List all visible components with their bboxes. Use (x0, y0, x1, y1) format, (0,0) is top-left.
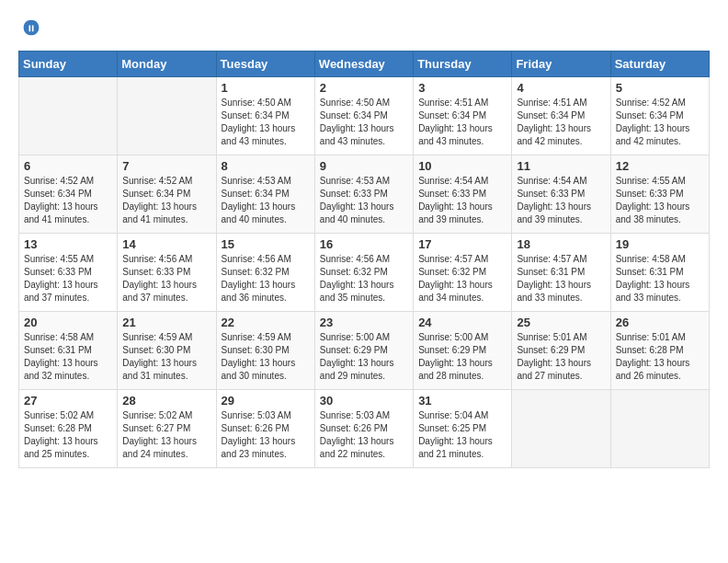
day-number: 5 (616, 81, 704, 95)
calendar-cell: 8Sunrise: 4:53 AM Sunset: 6:34 PM Daylig… (216, 155, 314, 234)
day-info: Sunrise: 4:50 AM Sunset: 6:34 PM Dayligh… (320, 97, 408, 148)
day-number: 24 (418, 316, 506, 329)
calendar-cell: 28Sunrise: 5:02 AM Sunset: 6:27 PM Dayli… (118, 390, 216, 468)
day-number: 3 (418, 81, 506, 95)
day-number: 4 (517, 81, 605, 95)
calendar-cell: 21Sunrise: 4:59 AM Sunset: 6:30 PM Dayli… (118, 312, 216, 390)
day-info: Sunrise: 4:57 AM Sunset: 6:31 PM Dayligh… (517, 253, 605, 304)
day-info: Sunrise: 4:58 AM Sunset: 6:31 PM Dayligh… (616, 253, 704, 304)
day-number: 28 (122, 394, 210, 408)
day-number: 31 (418, 394, 506, 408)
day-number: 29 (222, 394, 310, 408)
day-number: 15 (222, 237, 310, 251)
day-number: 13 (24, 237, 112, 251)
day-info: Sunrise: 4:58 AM Sunset: 6:31 PM Dayligh… (24, 331, 112, 383)
calendar-cell: 20Sunrise: 4:58 AM Sunset: 6:31 PM Dayli… (19, 312, 118, 390)
calendar-week-5: 27Sunrise: 5:02 AM Sunset: 6:28 PM Dayli… (19, 390, 710, 468)
day-number: 17 (418, 237, 506, 251)
calendar-week-3: 13Sunrise: 4:55 AM Sunset: 6:33 PM Dayli… (19, 234, 710, 312)
calendar-cell: 29Sunrise: 5:03 AM Sunset: 6:26 PM Dayli… (216, 390, 314, 468)
day-number: 23 (320, 316, 408, 329)
day-number: 1 (222, 81, 310, 95)
day-info: Sunrise: 4:51 AM Sunset: 6:34 PM Dayligh… (418, 97, 506, 148)
column-header-sunday: Sunday (19, 52, 118, 77)
calendar-cell: 27Sunrise: 5:02 AM Sunset: 6:28 PM Dayli… (19, 390, 118, 468)
column-header-friday: Friday (512, 52, 610, 77)
day-info: Sunrise: 5:01 AM Sunset: 6:29 PM Dayligh… (517, 331, 605, 383)
calendar-header-row: SundayMondayTuesdayWednesdayThursdayFrid… (19, 52, 710, 77)
calendar-cell (19, 77, 118, 155)
day-number: 22 (222, 316, 310, 329)
day-number: 30 (320, 394, 408, 408)
day-info: Sunrise: 5:02 AM Sunset: 6:27 PM Dayligh… (122, 409, 210, 461)
day-info: Sunrise: 4:55 AM Sunset: 6:33 PM Dayligh… (616, 175, 704, 226)
day-info: Sunrise: 4:50 AM Sunset: 6:34 PM Dayligh… (222, 97, 310, 148)
column-header-saturday: Saturday (610, 52, 709, 77)
day-info: Sunrise: 4:52 AM Sunset: 6:34 PM Dayligh… (24, 175, 112, 226)
calendar-cell: 16Sunrise: 4:56 AM Sunset: 6:32 PM Dayli… (314, 234, 413, 312)
logo-icon (22, 18, 40, 37)
day-number: 25 (517, 316, 605, 329)
day-info: Sunrise: 4:55 AM Sunset: 6:33 PM Dayligh… (24, 253, 112, 304)
calendar-cell: 24Sunrise: 5:00 AM Sunset: 6:29 PM Dayli… (414, 312, 512, 390)
calendar-cell (512, 390, 610, 468)
calendar-cell: 2Sunrise: 4:50 AM Sunset: 6:34 PM Daylig… (314, 77, 413, 155)
day-info: Sunrise: 4:53 AM Sunset: 6:33 PM Dayligh… (320, 175, 408, 226)
day-info: Sunrise: 5:02 AM Sunset: 6:28 PM Dayligh… (24, 409, 112, 461)
calendar-table: SundayMondayTuesdayWednesdayThursdayFrid… (18, 51, 710, 468)
day-info: Sunrise: 4:54 AM Sunset: 6:33 PM Dayligh… (517, 175, 605, 226)
day-info: Sunrise: 4:56 AM Sunset: 6:33 PM Dayligh… (122, 253, 210, 304)
calendar-cell: 30Sunrise: 5:03 AM Sunset: 6:26 PM Dayli… (314, 390, 413, 468)
calendar-cell: 17Sunrise: 4:57 AM Sunset: 6:32 PM Dayli… (414, 234, 512, 312)
day-info: Sunrise: 4:59 AM Sunset: 6:30 PM Dayligh… (122, 331, 210, 383)
calendar-cell: 3Sunrise: 4:51 AM Sunset: 6:34 PM Daylig… (414, 77, 512, 155)
calendar-week-1: 1Sunrise: 4:50 AM Sunset: 6:34 PM Daylig… (19, 77, 710, 155)
calendar-cell: 19Sunrise: 4:58 AM Sunset: 6:31 PM Dayli… (610, 234, 709, 312)
day-number: 21 (122, 316, 210, 329)
day-number: 18 (517, 237, 605, 251)
day-number: 26 (616, 316, 704, 329)
calendar-cell: 22Sunrise: 4:59 AM Sunset: 6:30 PM Dayli… (216, 312, 314, 390)
day-info: Sunrise: 5:01 AM Sunset: 6:28 PM Dayligh… (616, 331, 704, 383)
calendar-cell: 25Sunrise: 5:01 AM Sunset: 6:29 PM Dayli… (512, 312, 610, 390)
day-number: 7 (122, 159, 210, 173)
day-info: Sunrise: 5:00 AM Sunset: 6:29 PM Dayligh… (418, 331, 506, 383)
day-info: Sunrise: 5:03 AM Sunset: 6:26 PM Dayligh… (222, 409, 310, 461)
calendar-cell (610, 390, 709, 468)
column-header-tuesday: Tuesday (216, 52, 314, 77)
day-number: 11 (517, 159, 605, 173)
calendar-cell: 14Sunrise: 4:56 AM Sunset: 6:33 PM Dayli… (118, 234, 216, 312)
calendar-cell: 1Sunrise: 4:50 AM Sunset: 6:34 PM Daylig… (216, 77, 314, 155)
day-info: Sunrise: 4:59 AM Sunset: 6:30 PM Dayligh… (222, 331, 310, 383)
day-number: 20 (24, 316, 112, 329)
day-number: 19 (616, 237, 704, 251)
day-number: 16 (320, 237, 408, 251)
calendar-week-2: 6Sunrise: 4:52 AM Sunset: 6:34 PM Daylig… (19, 155, 710, 234)
day-number: 2 (320, 81, 408, 95)
calendar-cell: 7Sunrise: 4:52 AM Sunset: 6:34 PM Daylig… (118, 155, 216, 234)
day-info: Sunrise: 4:52 AM Sunset: 6:34 PM Dayligh… (122, 175, 210, 226)
calendar-cell: 10Sunrise: 4:54 AM Sunset: 6:33 PM Dayli… (414, 155, 512, 234)
calendar-cell: 4Sunrise: 4:51 AM Sunset: 6:34 PM Daylig… (512, 77, 610, 155)
day-info: Sunrise: 4:51 AM Sunset: 6:34 PM Dayligh… (517, 97, 605, 148)
day-number: 6 (24, 159, 112, 173)
calendar-cell: 13Sunrise: 4:55 AM Sunset: 6:33 PM Dayli… (19, 234, 118, 312)
day-info: Sunrise: 4:54 AM Sunset: 6:33 PM Dayligh… (418, 175, 506, 226)
calendar-cell: 23Sunrise: 5:00 AM Sunset: 6:29 PM Dayli… (314, 312, 413, 390)
column-header-monday: Monday (118, 52, 216, 77)
column-header-thursday: Thursday (414, 52, 512, 77)
calendar-cell: 5Sunrise: 4:52 AM Sunset: 6:34 PM Daylig… (610, 77, 709, 155)
calendar-week-4: 20Sunrise: 4:58 AM Sunset: 6:31 PM Dayli… (19, 312, 710, 390)
day-info: Sunrise: 5:04 AM Sunset: 6:25 PM Dayligh… (418, 409, 506, 461)
day-number: 27 (24, 394, 112, 408)
day-number: 9 (320, 159, 408, 173)
calendar-cell (118, 77, 216, 155)
calendar-cell: 12Sunrise: 4:55 AM Sunset: 6:33 PM Dayli… (610, 155, 709, 234)
day-number: 8 (222, 159, 310, 173)
day-number: 14 (122, 237, 210, 251)
day-number: 10 (418, 159, 506, 173)
day-info: Sunrise: 5:03 AM Sunset: 6:26 PM Dayligh… (320, 409, 408, 461)
calendar-cell: 31Sunrise: 5:04 AM Sunset: 6:25 PM Dayli… (414, 390, 512, 468)
calendar-cell: 11Sunrise: 4:54 AM Sunset: 6:33 PM Dayli… (512, 155, 610, 234)
calendar-cell: 15Sunrise: 4:56 AM Sunset: 6:32 PM Dayli… (216, 234, 314, 312)
